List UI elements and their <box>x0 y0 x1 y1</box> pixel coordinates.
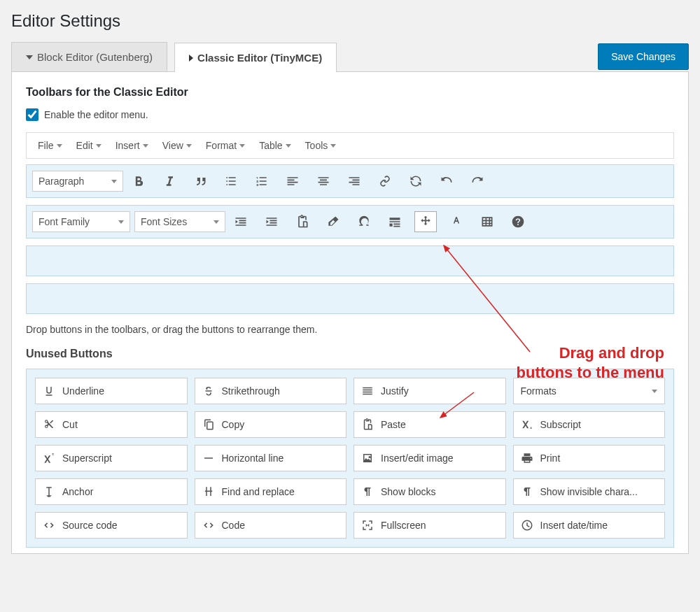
undo-button[interactable] <box>435 171 458 192</box>
unused-image[interactable]: Insert/edit image <box>354 445 506 471</box>
paragraph-label: Paragraph <box>38 176 84 187</box>
unused-justify[interactable]: Justify <box>354 378 506 404</box>
unused-hline[interactable]: Horizontal line <box>195 445 347 471</box>
menu-table[interactable]: Table <box>253 138 296 152</box>
help-button[interactable] <box>507 211 529 232</box>
underline-icon <box>43 385 55 397</box>
align-left-button[interactable] <box>281 171 304 192</box>
unused-label: Insert/edit image <box>381 453 498 464</box>
paste-button[interactable] <box>291 211 314 232</box>
unused-label: Fullscreen <box>381 520 498 531</box>
unused-label: Underline <box>62 385 180 397</box>
chevron-down-icon <box>118 220 124 224</box>
chevron-down-icon <box>652 390 657 393</box>
italic-button[interactable] <box>158 171 181 192</box>
hline-icon <box>202 452 215 464</box>
tab-block-editor[interactable]: Block Editor (Gutenberg) <box>11 42 167 71</box>
menu-insert[interactable]: Insert <box>110 138 154 152</box>
unused-formats[interactable]: Formats <box>513 378 666 404</box>
unused-label: Code <box>222 520 340 531</box>
unused-clock[interactable]: Insert date/time <box>513 512 666 539</box>
chevron-down-icon <box>214 220 219 224</box>
bold-button[interactable] <box>127 171 150 192</box>
chevron-down-icon <box>96 144 102 148</box>
unused-print[interactable]: Print <box>513 445 666 471</box>
unused-label: Show invisible chara... <box>540 486 658 497</box>
chevron-down-icon <box>143 144 148 148</box>
tab-classic-editor[interactable]: Classic Editor (TinyMCE) <box>174 43 337 72</box>
link-button[interactable] <box>374 171 396 192</box>
unused-code[interactable]: Source code <box>35 512 188 539</box>
redo-button[interactable] <box>466 171 489 192</box>
font-sizes-dropdown[interactable]: Font Sizes <box>134 211 225 232</box>
menu-edit[interactable]: Edit <box>71 138 107 152</box>
pilcrow-icon <box>361 485 374 498</box>
align-right-button[interactable] <box>343 171 365 192</box>
drop-hint: Drop buttons in the toolbars, or drag th… <box>26 324 674 335</box>
fullscreen-icon <box>361 519 374 532</box>
toolbar-row-3[interactable] <box>26 245 674 276</box>
toolbar-row-1[interactable]: Paragraph <box>26 164 674 198</box>
strike-icon <box>202 385 215 397</box>
chevron-down-icon <box>186 144 192 148</box>
save-changes-button[interactable]: Save Changes <box>598 43 689 70</box>
unused-anchor[interactable]: Anchor <box>35 478 188 505</box>
unused-label: Copy <box>222 419 340 430</box>
retry-button[interactable] <box>405 171 427 192</box>
unused-pilcrow[interactable]: Show blocks <box>354 478 506 505</box>
menu-file[interactable]: File <box>32 138 68 152</box>
ul-button[interactable] <box>220 171 242 192</box>
outdent-button[interactable] <box>230 211 252 232</box>
enable-menu-checkbox[interactable] <box>26 108 38 121</box>
unused-find[interactable]: Find and replace <box>195 478 347 505</box>
toolbar-row-4[interactable] <box>26 283 674 314</box>
image-icon <box>361 452 374 464</box>
menu-format[interactable]: Format <box>200 138 251 152</box>
unused-superscript[interactable]: Superscript <box>35 445 188 471</box>
unused-label: Formats <box>521 385 645 397</box>
omega-button[interactable] <box>353 211 375 232</box>
unused-label: Print <box>540 453 658 464</box>
unused-strike[interactable]: Strikethrough <box>195 378 347 404</box>
unused-label: Source code <box>62 520 180 531</box>
textcolor-button[interactable] <box>445 211 468 232</box>
unused-fullscreen[interactable]: Fullscreen <box>354 512 506 539</box>
code-icon <box>202 519 215 532</box>
ol-button[interactable] <box>251 171 273 192</box>
hr-button[interactable] <box>384 211 406 232</box>
unused-subscript[interactable]: Subscript <box>513 411 666 438</box>
caret-down-icon <box>26 55 33 59</box>
menu-label: Table <box>259 140 282 151</box>
unused-label: Insert date/time <box>540 520 658 531</box>
blockquote-button[interactable] <box>189 171 211 192</box>
table-button[interactable] <box>476 211 498 232</box>
align-center-button[interactable] <box>312 171 335 192</box>
paste-icon <box>361 418 374 431</box>
unused-paste[interactable]: Paste <box>354 411 506 438</box>
move-button[interactable] <box>414 211 437 232</box>
subscript-icon <box>521 418 533 431</box>
menu-view[interactable]: View <box>157 138 197 152</box>
page-title: Editor Settings <box>1 1 699 42</box>
font-family-dropdown[interactable]: Font Family <box>32 211 130 232</box>
unused-underline[interactable]: Underline <box>35 378 188 404</box>
classic-editor-panel: Toolbars for the Classic Editor Enable t… <box>11 71 689 554</box>
toolbar-row-2[interactable]: Font Family Font Sizes <box>26 205 674 239</box>
paragraph-dropdown[interactable]: Paragraph <box>32 171 123 192</box>
eraser-button[interactable] <box>322 211 344 232</box>
menu-tools[interactable]: Tools <box>300 138 342 152</box>
cut-icon <box>43 418 55 431</box>
code-icon <box>43 519 55 532</box>
print-icon <box>521 452 533 464</box>
unused-label: Superscript <box>62 453 180 464</box>
enable-menu-label: Enable the editor menu. <box>44 109 148 120</box>
tab-label: Block Editor (Gutenberg) <box>37 51 153 63</box>
find-icon <box>202 485 215 498</box>
unused-label: Strikethrough <box>222 385 340 397</box>
menu-label: Edit <box>76 140 93 151</box>
unused-copy[interactable]: Copy <box>195 411 347 438</box>
indent-button[interactable] <box>260 211 283 232</box>
unused-cut[interactable]: Cut <box>35 411 188 438</box>
unused-invisible[interactable]: Show invisible chara... <box>513 478 666 505</box>
unused-code[interactable]: Code <box>195 512 347 539</box>
